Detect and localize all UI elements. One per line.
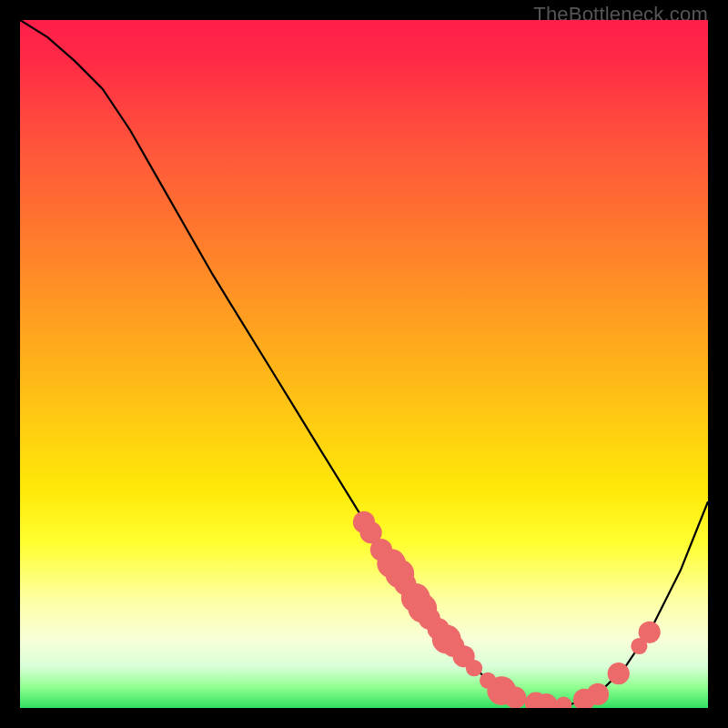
data-point <box>587 683 609 705</box>
data-point <box>608 662 630 684</box>
data-point <box>639 622 661 643</box>
bottleneck-curve <box>20 20 708 704</box>
chart-container: TheBottleneck.com <box>0 0 728 728</box>
data-point <box>466 660 482 676</box>
data-point <box>555 697 571 709</box>
data-points <box>353 511 661 708</box>
plot-area <box>20 20 708 708</box>
curve-svg <box>20 20 708 708</box>
data-point <box>504 687 526 708</box>
